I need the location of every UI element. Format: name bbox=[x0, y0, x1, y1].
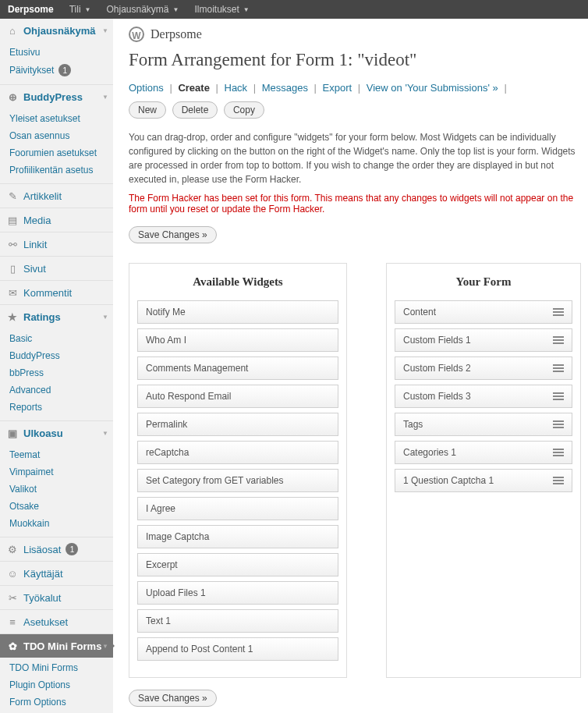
tab-view-on-your-submissions-[interactable]: View on 'Your Submissions' » bbox=[367, 82, 498, 94]
widget-label: 1 Question Captcha 1 bbox=[403, 475, 494, 486]
submenu-plugin-options[interactable]: Plugin Options bbox=[9, 676, 113, 693]
submenu-otsake[interactable]: Otsake bbox=[9, 498, 113, 515]
available-widgets-title: Available Widgets bbox=[137, 275, 338, 289]
widget-excerpt[interactable]: Excerpt bbox=[137, 553, 338, 576]
widget-who-am-i[interactable]: Who Am I bbox=[137, 328, 338, 352]
submenu-tdo-mini-forms[interactable]: TDO Mini Forms bbox=[9, 659, 113, 676]
menu-tdo-mini-forms[interactable]: ✿TDO Mini Forms▼ bbox=[0, 634, 113, 658]
submenu-valikot[interactable]: Valikot bbox=[9, 481, 113, 498]
widget-upload-files-1[interactable]: Upload Files 1 bbox=[137, 581, 338, 605]
admin-bar-ohjausnakyma[interactable]: Ohjausnäkymä▼ bbox=[99, 4, 187, 15]
menu-icon: ✎ bbox=[6, 190, 19, 202]
menu-icon: ⊕ bbox=[6, 90, 19, 103]
menu-label: Linkit bbox=[23, 239, 47, 250]
chevron-down-icon: ▼ bbox=[102, 314, 108, 321]
tab-export[interactable]: Export bbox=[323, 82, 352, 94]
new-button[interactable]: New bbox=[129, 101, 166, 119]
widget-append-to-post-content-1[interactable]: Append to Post Content 1 bbox=[137, 637, 338, 661]
tab-create[interactable]: Create bbox=[178, 82, 209, 94]
drag-handle-icon[interactable] bbox=[553, 477, 564, 484]
widget-permalink[interactable]: Permalink bbox=[137, 413, 338, 436]
menu-lisäosat[interactable]: ⚙Lisäosat1 bbox=[0, 537, 113, 561]
widget-image-captcha[interactable]: Image Captcha bbox=[137, 525, 338, 548]
widget-tags[interactable]: Tags bbox=[395, 413, 572, 436]
widget-label: Notify Me bbox=[146, 307, 186, 317]
widget-notify-me[interactable]: Notify Me bbox=[137, 300, 338, 324]
drag-handle-icon[interactable] bbox=[553, 364, 564, 372]
submenu-etusivu[interactable]: Etusivu bbox=[9, 44, 113, 61]
widget-custom-fields-1[interactable]: Custom Fields 1 bbox=[395, 328, 572, 352]
submenu-basic[interactable]: Basic bbox=[9, 330, 113, 347]
menu-ratings[interactable]: ★Ratings▼ bbox=[0, 305, 113, 328]
drag-handle-icon[interactable] bbox=[553, 392, 564, 400]
widget-label: Image Captcha bbox=[146, 531, 209, 542]
submenu-foorumien-asetukset[interactable]: Foorumien asetukset bbox=[9, 144, 113, 161]
save-changes-top-button[interactable]: Save Changes » bbox=[129, 226, 217, 243]
delete-button[interactable]: Delete bbox=[172, 101, 218, 119]
menu-icon: ≡ bbox=[6, 615, 19, 628]
submenu-muokkain[interactable]: Muokkain bbox=[9, 515, 113, 532]
widget-content[interactable]: Content bbox=[395, 300, 572, 324]
admin-bar: Derpsome Tili▼ Ohjausnäkymä▼ Ilmoitukset… bbox=[0, 0, 588, 19]
widget-1-question-captcha-1[interactable]: 1 Question Captcha 1 bbox=[395, 469, 572, 492]
admin-bar-ilmoitukset[interactable]: Ilmoitukset▼ bbox=[186, 4, 257, 15]
tab-hack[interactable]: Hack bbox=[225, 82, 248, 94]
menu-kommentit[interactable]: ✉Kommentit bbox=[0, 281, 113, 304]
submenu-vimpaimet[interactable]: Vimpaimet bbox=[9, 463, 113, 481]
menu-label: Työkalut bbox=[23, 592, 61, 604]
menu-icon: ✂ bbox=[6, 591, 19, 604]
widget-custom-fields-2[interactable]: Custom Fields 2 bbox=[395, 356, 572, 380]
chevron-down-icon: ▼ bbox=[102, 94, 108, 101]
menu-label: Kommentit bbox=[23, 287, 72, 299]
menu-työkalut[interactable]: ✂Työkalut bbox=[0, 586, 113, 609]
tab-messages[interactable]: Messages bbox=[262, 82, 308, 94]
menu-buddypress[interactable]: ⊕BuddyPress▼ bbox=[0, 85, 113, 108]
submenu-reports[interactable]: Reports bbox=[9, 399, 113, 416]
submenu-bbpress[interactable]: bbPress bbox=[9, 364, 113, 381]
widget-custom-fields-3[interactable]: Custom Fields 3 bbox=[395, 385, 572, 408]
submenu-form-options[interactable]: Form Options bbox=[9, 693, 113, 711]
menu-asetukset[interactable]: ≡Asetukset bbox=[0, 610, 113, 633]
drag-handle-icon[interactable] bbox=[553, 449, 564, 456]
menu-icon: ⚙ bbox=[6, 543, 19, 555]
submenu-advanced[interactable]: Advanced bbox=[9, 381, 113, 399]
submenu-buddypress[interactable]: BuddyPress bbox=[9, 347, 113, 364]
menu-artikkelit[interactable]: ✎Artikkelit bbox=[0, 184, 113, 208]
chevron-down-icon: ▼ bbox=[85, 6, 91, 13]
admin-bar-tili[interactable]: Tili▼ bbox=[62, 4, 99, 15]
widget-label: Upload Files 1 bbox=[146, 587, 206, 598]
menu-icon: ✿ bbox=[6, 640, 19, 652]
widget-label: reCaptcha bbox=[146, 447, 189, 458]
admin-bar-site[interactable]: Derpsome bbox=[8, 4, 62, 15]
main-content: Derpsome Form Arrangement for Form 1: "v… bbox=[113, 19, 588, 713]
menu-media[interactable]: ▤Media bbox=[0, 208, 113, 232]
menu-linkit[interactable]: ⚯Linkit bbox=[0, 232, 113, 256]
tab-options[interactable]: Options bbox=[129, 82, 164, 94]
drag-handle-icon[interactable] bbox=[553, 308, 564, 316]
widget-i-agree[interactable]: I Agree bbox=[137, 497, 338, 520]
submenu-yleiset-asetukset[interactable]: Yleiset asetukset bbox=[9, 110, 113, 127]
menu-käyttäjät[interactable]: ☺Käyttäjät bbox=[0, 562, 113, 585]
menu-sivut[interactable]: ▯Sivut bbox=[0, 257, 113, 280]
drag-handle-icon[interactable] bbox=[553, 420, 564, 428]
submenu-päivitykset[interactable]: Päivitykset1 bbox=[9, 61, 113, 80]
submenu-osan-asennus[interactable]: Osan asennus bbox=[9, 127, 113, 144]
wp-header: Derpsome bbox=[129, 27, 588, 42]
widget-label: Text 1 bbox=[146, 615, 171, 626]
menu-icon: ✉ bbox=[6, 286, 19, 299]
submenu-profiilikentän-asetus[interactable]: Profiilikentän asetus bbox=[9, 161, 113, 179]
submenu-teemat[interactable]: Teemat bbox=[9, 446, 113, 463]
chevron-down-icon: ▼ bbox=[243, 6, 250, 13]
badge: 1 bbox=[58, 64, 71, 76]
save-changes-bottom-button[interactable]: Save Changes » bbox=[129, 690, 217, 707]
widget-categories-1[interactable]: Categories 1 bbox=[395, 441, 572, 464]
copy-button[interactable]: Copy bbox=[224, 101, 264, 119]
widget-recaptcha[interactable]: reCaptcha bbox=[137, 441, 338, 464]
widget-comments-management[interactable]: Comments Management bbox=[137, 356, 338, 380]
widget-text-1[interactable]: Text 1 bbox=[137, 609, 338, 633]
widget-auto-respond-email[interactable]: Auto Respond Email bbox=[137, 385, 338, 408]
widget-set-category-from-get-variables[interactable]: Set Category from GET variables bbox=[137, 469, 338, 492]
drag-handle-icon[interactable] bbox=[553, 336, 564, 344]
menu-ulkoasu[interactable]: ▣Ulkoasu▼ bbox=[0, 421, 113, 445]
menu-ohjausnäkymä[interactable]: ⌂Ohjausnäkymä▼ bbox=[0, 19, 113, 42]
